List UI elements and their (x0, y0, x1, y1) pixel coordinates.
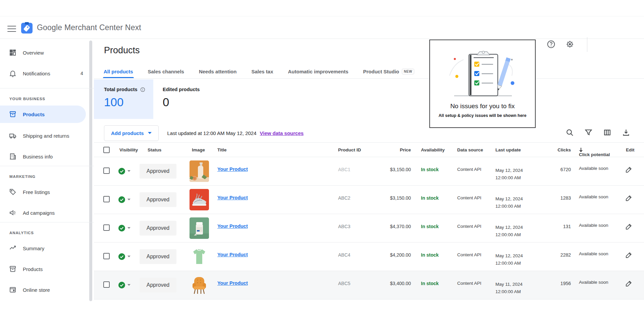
no-issues-popup: No issues for you to fix All setup & pol… (429, 40, 536, 128)
sidebar-item-business-info[interactable]: Business info (0, 148, 86, 165)
table-row[interactable]: Approved Your Product ABC2 $3,150.00 In … (94, 186, 644, 214)
col-status: Status (148, 147, 161, 152)
sidebar-scrollbar[interactable] (89, 41, 92, 301)
edit-button[interactable] (625, 251, 633, 259)
sidebar-item-summary[interactable]: Summary (0, 240, 86, 257)
product-image-pill-bottle (190, 217, 209, 239)
sidebar-item-shipping[interactable]: Shipping and returns (0, 127, 86, 144)
tab-automatic-improvements[interactable]: Automatic improvements (287, 65, 349, 78)
sidebar-item-online-store[interactable]: Online store (0, 281, 86, 298)
select-all-checkbox[interactable] (103, 147, 110, 153)
tag-icon (9, 188, 17, 196)
visibility-status-dropdown[interactable] (118, 224, 130, 232)
sidebar-label: Overview (23, 50, 44, 56)
download-icon[interactable] (622, 128, 631, 137)
sidebar-label: Business info (23, 154, 53, 159)
last-update: May 12, 202412:00:00 AM (495, 252, 532, 267)
product-title-link[interactable]: Your Product (217, 223, 248, 229)
table-row[interactable]: Approved Your Product ABC1 $3,150.00 In … (94, 157, 644, 186)
tab-all-products[interactable]: All products (103, 65, 134, 78)
product-title-link[interactable]: Your Product (217, 280, 248, 286)
tab-product-studio[interactable]: Product StudioNEW (363, 65, 415, 78)
row-checkbox[interactable] (103, 168, 110, 174)
visibility-status-dropdown[interactable] (118, 281, 130, 289)
status-badge: Approved (140, 249, 176, 264)
data-source: Content API (457, 167, 481, 172)
filter-funnel-icon[interactable] (584, 128, 593, 137)
truck-icon (9, 132, 17, 140)
sidebar-label: Online store (23, 287, 50, 293)
visibility-status-dropdown[interactable] (118, 253, 130, 260)
col-last-update: Last update (495, 147, 521, 152)
approved-check-icon (118, 168, 125, 175)
product-title-link[interactable]: Your Product (217, 195, 248, 200)
sidebar-item-overview[interactable]: Overview (0, 44, 86, 61)
row-checkbox[interactable] (103, 253, 110, 259)
last-update: May 12, 202412:00:00 AM (495, 195, 532, 210)
sidebar-section-marketing: MARKETING (9, 175, 36, 179)
col-click-potential-sort[interactable]: Click potential (579, 147, 583, 152)
clicks: 1956 (541, 281, 571, 286)
sidebar-item-notifications[interactable]: Notifications 4 (0, 65, 86, 82)
megaphone-icon (9, 209, 17, 217)
caret-down-icon (127, 284, 130, 286)
tab-sales-tax[interactable]: Sales tax (251, 65, 274, 78)
building-icon (9, 152, 17, 160)
table-row[interactable]: Approved Your Product ABC4 $4,200.00 In … (94, 243, 644, 271)
row-checkbox[interactable] (103, 224, 110, 231)
last-update: May 12, 202412:00:00 AM (495, 224, 532, 239)
stat-value: 100 (104, 95, 153, 109)
edit-button[interactable] (625, 223, 633, 230)
app-header: Google Merchant Center Next Misrepresent… (0, 16, 644, 39)
last-update: May 11, 202412:00:00 AM (495, 281, 532, 295)
chevron-down-icon (148, 132, 152, 134)
sort-down-arrow-icon (579, 147, 583, 152)
view-data-sources-link[interactable]: View data sources (260, 130, 304, 136)
sidebar-divider (0, 222, 94, 222)
caret-down-icon (127, 170, 130, 172)
caret-down-icon (127, 227, 130, 229)
product-title-link[interactable]: Your Product (217, 166, 248, 172)
tab-sales-channels[interactable]: Sales channels (147, 65, 185, 78)
product-image-sneaker (190, 189, 209, 210)
col-title: Title (217, 147, 227, 152)
col-product-id: Product ID (338, 147, 361, 152)
product-title-link[interactable]: Your Product (217, 252, 248, 257)
click-potential: Available soon (579, 251, 608, 256)
row-checkbox[interactable] (103, 281, 110, 288)
click-potential: Available soon (579, 166, 608, 171)
merchant-center-screen: Google Merchant Center Next Misrepresent… (0, 0, 644, 334)
page-title: Products (104, 45, 140, 56)
col-data-source: Data source (457, 147, 483, 152)
edit-button[interactable] (625, 166, 633, 173)
info-icon[interactable] (140, 87, 145, 92)
edit-button[interactable] (625, 280, 633, 287)
visibility-status-dropdown[interactable] (118, 196, 130, 203)
table-header: Visibility Status Image Title Product ID… (94, 142, 644, 157)
sidebar-item-products[interactable]: Products (0, 106, 86, 123)
table-row[interactable]: Approved Your Product ABC5 $3,400.00 In … (94, 271, 644, 299)
stat-total-products[interactable]: Total products 100 (94, 79, 153, 119)
stat-label: Total products (104, 87, 138, 92)
product-image-armchair (190, 274, 209, 296)
menu-icon[interactable] (7, 24, 16, 32)
sidebar-item-ad-campaigns[interactable]: Ad campaigns (0, 204, 86, 221)
stat-edited-products[interactable]: Edited products 0 (153, 79, 240, 119)
last-update: May 12, 202412:00:00 AM (495, 167, 532, 182)
edit-button[interactable] (625, 194, 633, 202)
row-checkbox[interactable] (103, 196, 110, 202)
click-potential: Available soon (579, 194, 608, 199)
clicks: 6720 (541, 167, 571, 172)
add-products-button[interactable]: Add products (104, 125, 159, 141)
table-row[interactable]: Approved Your Product ABC3 $4,370.00 In … (94, 214, 644, 243)
sidebar-label: Shipping and returns (23, 133, 69, 139)
col-clicks: Clicks (541, 147, 571, 152)
sidebar-item-free-listings[interactable]: Free listings (0, 183, 86, 201)
status-badge: Approved (140, 192, 176, 207)
tab-needs-attention[interactable]: Needs attention (198, 65, 237, 78)
visibility-status-dropdown[interactable] (118, 168, 130, 175)
product-id: ABC2 (338, 195, 351, 201)
table-search-icon[interactable] (566, 128, 574, 137)
manage-columns-icon[interactable] (603, 128, 612, 137)
sidebar-item-analytics-products[interactable]: Products (0, 260, 86, 278)
